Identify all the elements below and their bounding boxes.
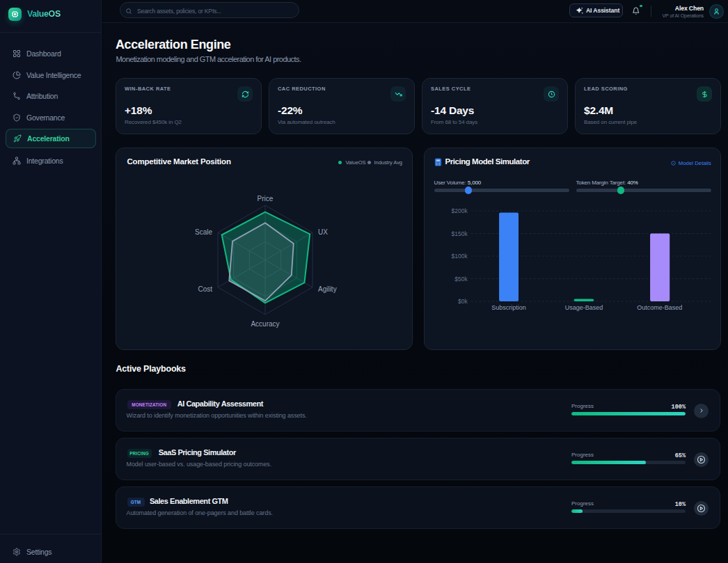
svg-text:Cost: Cost <box>198 285 212 293</box>
svg-text:$200k: $200k <box>451 207 468 214</box>
svg-text:$50k: $50k <box>454 276 468 283</box>
svg-text:Outcome-Based: Outcome-Based <box>637 304 682 311</box>
svg-text:Price: Price <box>258 195 274 203</box>
svg-text:$0k: $0k <box>457 298 467 305</box>
svg-text:Usage-Based: Usage-Based <box>564 304 603 311</box>
svg-text:$100k: $100k <box>451 253 468 260</box>
svg-text:Subscription: Subscription <box>491 304 526 311</box>
svg-text:Agility: Agility <box>318 285 337 293</box>
svg-text:Scale: Scale <box>195 228 212 236</box>
svg-text:Accuracy: Accuracy <box>251 320 279 328</box>
svg-text:UX: UX <box>318 228 328 236</box>
svg-text:$150k: $150k <box>451 230 468 237</box>
